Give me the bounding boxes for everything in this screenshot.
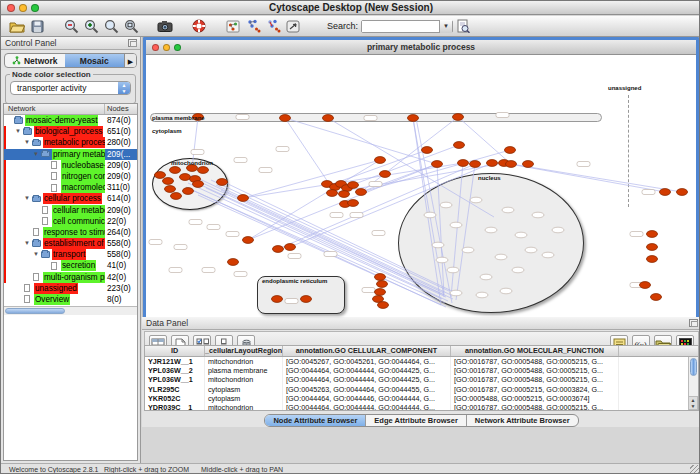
tab-network-attribute-browser[interactable]: Network Attribute Browser [467, 415, 578, 426]
help-button[interactable] [189, 18, 209, 35]
tree-row[interactable]: ▼establishment of lo558(0) [4, 238, 137, 249]
enhanced-search-button[interactable] [453, 18, 473, 35]
network-node[interactable] [453, 114, 464, 121]
tree-row[interactable]: ▼transport558(0) [4, 249, 137, 260]
tree-row[interactable]: response to stimulu264(0) [4, 227, 137, 238]
tree-row[interactable]: multi-organism pro42(0) [4, 272, 137, 283]
network-node[interactable] [380, 171, 391, 178]
vizmapper-button[interactable] [223, 18, 243, 35]
tree-row[interactable]: macromolecule311(0) [4, 182, 137, 193]
save-button[interactable] [27, 18, 47, 35]
tree-row[interactable]: cellular metabo209(0) [4, 205, 137, 216]
network-node[interactable] [180, 174, 191, 181]
float-panel-icon[interactable] [128, 39, 137, 47]
network-node[interactable] [375, 157, 386, 164]
table-row[interactable]: YJR121W__1mitochondrion[GO:0045267, GO:0… [145, 357, 698, 366]
network-node[interactable] [323, 115, 334, 122]
expand-arrow-icon[interactable]: ▼ [24, 240, 30, 246]
tree-row[interactable]: cell communicat22(0) [4, 216, 137, 227]
chevron-down-icon[interactable]: ▼ [439, 20, 452, 33]
network-node[interactable] [677, 189, 688, 196]
network-node[interactable] [454, 142, 465, 149]
network-node[interactable] [170, 167, 181, 174]
resize-grip[interactable] [690, 465, 700, 474]
open-file-button[interactable] [7, 18, 27, 35]
network-node[interactable] [470, 161, 481, 168]
network-node[interactable] [377, 281, 388, 288]
tab-network[interactable]: Network [5, 54, 65, 67]
network-node[interactable] [647, 244, 658, 251]
tab-overflow-arrow[interactable]: ▶ [124, 54, 136, 67]
zoom-in-button[interactable] [81, 18, 101, 35]
tree-row[interactable]: nucleobase-209(0) [4, 160, 137, 171]
network-canvas[interactable]: plasma membrane cytoplasm mitochondrion … [146, 55, 696, 335]
table-row[interactable]: YKR052Ccytoplasm[GO:0044464, GO:0044446,… [145, 394, 698, 403]
tree-row[interactable]: secretion41(0) [4, 260, 137, 271]
expand-arrow-icon[interactable]: ▼ [24, 195, 30, 201]
network-node[interactable] [243, 237, 254, 244]
network-node[interactable] [171, 193, 182, 200]
tree-row[interactable]: Overview8(0) [4, 294, 137, 305]
table-row[interactable]: YPL036W__2plasma membrane[GO:0044464, GO… [145, 366, 698, 375]
tree-row[interactable]: nitrogen compo209(0) [4, 171, 137, 182]
expand-arrow-icon[interactable]: ▼ [33, 251, 39, 257]
new-network-from-selected-nodes-button[interactable] [243, 18, 263, 35]
network-node[interactable] [217, 179, 228, 186]
expand-arrow-icon[interactable]: ▼ [33, 151, 39, 157]
network-node[interactable] [272, 296, 283, 303]
network-node[interactable] [375, 289, 386, 296]
network-node[interactable] [375, 274, 386, 281]
tree-row[interactable]: mosaic-demo-yeast874(0) [4, 115, 137, 126]
manual-layout-button[interactable] [283, 18, 303, 35]
network-node[interactable] [378, 302, 389, 309]
tab-node-attribute-browser[interactable]: Node Attribute Browser [265, 415, 366, 426]
search-input[interactable] [362, 21, 439, 32]
zoom-selected-button[interactable] [101, 18, 121, 35]
search-combobox[interactable]: ▼ [361, 20, 453, 33]
column-header[interactable]: annotation.GO MOLECULAR_FUNCTION [451, 346, 619, 356]
column-header[interactable]: annotation.GO CELLULAR_COMPONENT [283, 346, 451, 356]
network-node[interactable] [163, 178, 174, 185]
network-node[interactable] [432, 161, 443, 168]
network-node[interactable] [506, 161, 517, 168]
node-color-dropdown[interactable]: transporter activity ▲▼ [10, 81, 131, 95]
column-header[interactable]: ID [145, 346, 205, 356]
network-node[interactable] [280, 115, 291, 122]
network-node[interactable] [640, 282, 651, 289]
network-node[interactable] [348, 182, 359, 189]
table-row[interactable]: YDR039C__1mitochondrion[GO:0044464, GO:0… [145, 403, 698, 411]
network-node[interactable] [422, 147, 433, 154]
network-node[interactable] [165, 186, 176, 193]
tree-row[interactable]: ▼primary metabo209(... [4, 149, 137, 160]
tab-mosaic[interactable]: Mosaic [65, 54, 125, 67]
network-node[interactable] [505, 147, 516, 154]
table-row[interactable]: YLR295Ccytoplasm[GO:0045263, GO:0044464,… [145, 385, 698, 394]
network-node[interactable] [647, 256, 658, 263]
snapshot-button[interactable] [155, 18, 175, 35]
zoom-out-button[interactable] [61, 18, 81, 35]
expand-arrow-icon[interactable]: ▼ [15, 128, 21, 134]
tree-row[interactable]: unassigned223(0) [4, 283, 137, 294]
table-row[interactable]: YPL036W__1mitochondrion[GO:0044464, GO:0… [145, 375, 698, 384]
network-node[interactable] [238, 195, 249, 202]
new-network-from-selected-edges-button[interactable] [263, 18, 283, 35]
expand-arrow-icon[interactable]: ▼ [24, 139, 30, 145]
network-node[interactable] [327, 190, 338, 197]
network-node[interactable] [155, 172, 166, 179]
network-node[interactable] [356, 189, 367, 196]
network-node[interactable] [193, 181, 204, 188]
column-header[interactable]: _cellularLayoutRegion [205, 346, 283, 356]
network-node[interactable] [523, 161, 534, 168]
tree-row[interactable]: ▼cellular process614(0) [4, 193, 137, 204]
tree-col-nodes[interactable]: Nodes [105, 104, 137, 114]
scroll-arrows[interactable]: ▲▼ [688, 396, 698, 410]
tree-row[interactable]: ▼metabolic process280(0) [4, 137, 137, 148]
zoom-fit-button[interactable] [121, 18, 141, 35]
network-node[interactable] [408, 115, 419, 122]
network-node[interactable] [647, 231, 658, 238]
network-node[interactable] [458, 160, 469, 167]
network-node[interactable] [301, 296, 312, 303]
network-node[interactable] [651, 294, 662, 301]
network-node[interactable] [198, 167, 209, 174]
network-node[interactable] [285, 244, 296, 251]
